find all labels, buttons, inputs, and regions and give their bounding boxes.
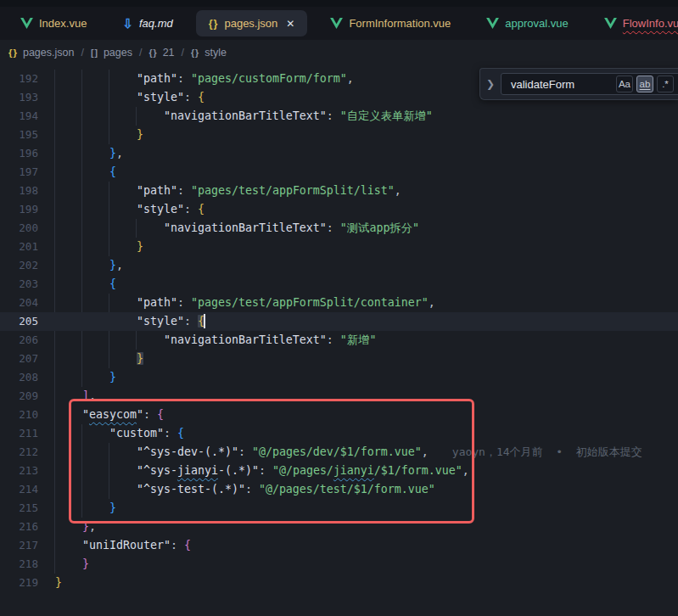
regex-button[interactable]: .*	[657, 76, 674, 92]
find-widget: ❯ validateForm Aa ab .*	[479, 68, 678, 100]
breadcrumb-item-pages[interactable]: [] pages	[91, 47, 132, 59]
code-line[interactable]: 201 }	[0, 238, 678, 256]
editor-tab-bar: Index.vue ⇩ faq.md {} pages.json ✕ FormI…	[0, 7, 678, 40]
line-number: 214	[0, 480, 38, 499]
code-line[interactable]: 197 {	[0, 163, 678, 182]
line-number: 202	[0, 256, 38, 275]
vue-icon	[604, 18, 617, 29]
tab-forminformation-vue[interactable]: FormInformation.vue	[317, 10, 463, 36]
find-input[interactable]: validateForm Aa ab .*	[501, 73, 678, 95]
tab-label: pages.json	[224, 17, 277, 30]
code-lines: 192 "path": "pages/customForm/form",193 …	[0, 64, 678, 592]
vscode-editor-window: Index.vue ⇩ faq.md {} pages.json ✕ FormI…	[0, 0, 678, 616]
code-line[interactable]: 195 }	[0, 126, 678, 144]
tab-label: faq.md	[139, 17, 173, 30]
code-line[interactable]: 212 "^sys-dev-(.*)": "@/pages/dev/$1/for…	[0, 443, 678, 462]
line-number: 199	[0, 200, 38, 219]
code-line[interactable]: 207 }	[0, 350, 678, 368]
line-number: 195	[0, 126, 38, 144]
code-line[interactable]: 208 }	[0, 368, 678, 387]
find-toggles: Aa ab .*	[616, 76, 674, 92]
line-number: 193	[0, 88, 38, 107]
line-number: 194	[0, 107, 38, 126]
find-input-value: validateForm	[511, 78, 616, 91]
tab-approval-vue[interactable]: approval.vue	[473, 10, 580, 36]
line-number: 206	[0, 331, 38, 350]
line-number: 215	[0, 499, 38, 518]
code-line[interactable]: 211 "custom": {	[0, 424, 678, 443]
code-line[interactable]: 206 "navigationBarTitleText": "新增"	[0, 331, 678, 350]
vue-icon	[486, 18, 499, 29]
line-number: 201	[0, 238, 38, 256]
breadcrumb-label: pages	[104, 47, 132, 59]
code-line[interactable]: 214 "^sys-test-(.*)": "@/pages/test/$1/f…	[0, 480, 678, 499]
object-symbol-icon: {}	[191, 48, 199, 58]
code-line[interactable]: 217 "uniIdRouter": {	[0, 536, 678, 555]
match-case-button[interactable]: Aa	[616, 76, 633, 92]
line-number: 217	[0, 536, 38, 555]
code-editor[interactable]: 192 "path": "pages/customForm/form",193 …	[0, 64, 678, 616]
breadcrumb: {} pages.json / [] pages / {} 21 / {} st…	[0, 40, 678, 64]
tab-index-vue[interactable]: Index.vue	[8, 10, 99, 36]
line-number: 196	[0, 144, 38, 163]
code-line[interactable]: 205 "style": {	[0, 312, 678, 331]
code-line[interactable]: 204 "path": "pages/test/appFormSplit/con…	[0, 294, 678, 312]
line-number: 213	[0, 462, 38, 480]
tab-label: Index.vue	[39, 17, 87, 30]
breadcrumb-item-style[interactable]: {} style	[191, 47, 227, 59]
code-line[interactable]: 198 "path": "pages/test/appFormSplit/lis…	[0, 182, 678, 200]
line-number: 218	[0, 555, 38, 574]
breadcrumb-label: pages.json	[23, 47, 74, 59]
code-line[interactable]: 218 }	[0, 555, 678, 574]
code-line[interactable]: 203 {	[0, 275, 678, 294]
array-symbol-icon: []	[91, 48, 98, 58]
code-line[interactable]: 216 },	[0, 518, 678, 536]
object-symbol-icon: {}	[148, 48, 157, 58]
code-line[interactable]: 215 }	[0, 499, 678, 518]
code-line[interactable]: 209 ],	[0, 387, 678, 406]
line-number: 216	[0, 518, 38, 536]
line-number: 192	[0, 70, 38, 88]
code-line[interactable]: 199 "style": {	[0, 200, 678, 219]
code-line[interactable]: 200 "navigationBarTitleText": "测试app拆分"	[0, 219, 678, 238]
line-number: 209	[0, 387, 38, 406]
tab-flowinfo-vue[interactable]: FlowInfo.vu	[591, 10, 678, 36]
toggle-replace-chevron-icon[interactable]: ❯	[480, 78, 501, 90]
vue-icon	[20, 18, 33, 29]
line-number: 203	[0, 275, 38, 294]
tab-label: FlowInfo.vu	[623, 17, 678, 30]
git-blame-annotation: yaoyn，14个月前 • 初始版本提交	[452, 445, 642, 458]
line-number: 219	[0, 574, 38, 592]
markdown-icon: ⇩	[122, 18, 133, 29]
tab-pages-json[interactable]: {} pages.json ✕	[196, 10, 308, 36]
json-icon: {}	[209, 18, 219, 30]
line-number: 200	[0, 219, 38, 238]
breadcrumb-item-21[interactable]: {} 21	[148, 47, 174, 59]
code-line[interactable]: 219}	[0, 574, 678, 592]
breadcrumb-item-file[interactable]: {} pages.json	[8, 47, 74, 59]
line-number: 204	[0, 294, 38, 312]
text-cursor	[204, 314, 205, 328]
code-line[interactable]: 210 "easycom": {	[0, 406, 678, 424]
breadcrumb-separator: /	[182, 47, 184, 59]
line-number: 198	[0, 182, 38, 200]
close-icon[interactable]: ✕	[286, 18, 294, 30]
code-line[interactable]: 202 },	[0, 256, 678, 275]
breadcrumb-separator: /	[139, 47, 142, 59]
tab-faq-md[interactable]: ⇩ faq.md	[109, 10, 185, 36]
line-number: 212	[0, 443, 38, 462]
tab-label: FormInformation.vue	[349, 17, 451, 30]
vue-icon	[330, 18, 343, 29]
whole-word-button[interactable]: ab	[636, 76, 653, 92]
breadcrumb-label: style	[205, 47, 227, 59]
code-line[interactable]: 194 "navigationBarTitleText": "自定义表单新增"	[0, 107, 678, 126]
line-number: 197	[0, 163, 38, 182]
line-number: 208	[0, 368, 38, 387]
code-line[interactable]: 196 },	[0, 144, 678, 163]
tab-label: approval.vue	[505, 17, 568, 30]
line-number: 205	[0, 312, 38, 331]
line-number: 211	[0, 424, 38, 443]
breadcrumb-separator: /	[81, 47, 83, 59]
code-line[interactable]: 213 "^sys-jianyi-(.*)": "@/pages/jianyi/…	[0, 462, 678, 480]
breadcrumb-label: 21	[163, 47, 175, 59]
